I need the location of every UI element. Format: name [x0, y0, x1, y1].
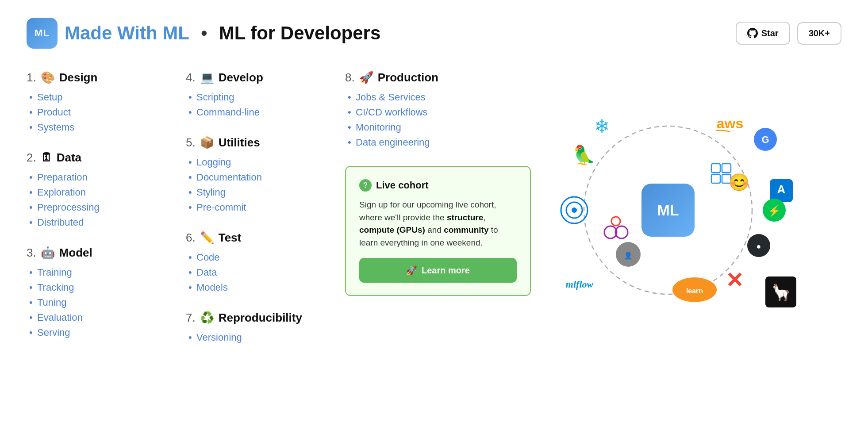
- list-item[interactable]: Preparation: [37, 170, 150, 185]
- develop-commandline-link[interactable]: Command-line: [196, 107, 260, 118]
- model-evaluation-link[interactable]: Evaluation: [37, 312, 83, 323]
- test-title: Test: [219, 231, 242, 245]
- svg-text:G: G: [761, 134, 769, 145]
- list-item[interactable]: Versioning: [196, 330, 310, 345]
- design-product-link[interactable]: Product: [37, 107, 71, 118]
- grid-box-1: [711, 164, 720, 173]
- section-model-header: 3. 🤖 Model: [27, 246, 150, 260]
- data-title: Data: [57, 151, 81, 165]
- model-emoji: 🤖: [41, 246, 55, 260]
- star-button[interactable]: Star: [736, 22, 790, 45]
- section-test: 6. ✏️ Test Code Data Models: [186, 231, 310, 295]
- data-items: Preparation Exploration Preprocessing Di…: [27, 170, 150, 230]
- list-item[interactable]: Preprocessing: [37, 200, 150, 215]
- rocket-icon: 🚀: [406, 265, 417, 276]
- list-item[interactable]: Code: [196, 250, 310, 265]
- star-count-button[interactable]: 30K+: [797, 22, 841, 45]
- list-item[interactable]: Command-line: [196, 105, 310, 120]
- list-item[interactable]: CI/CD workflows: [356, 105, 531, 120]
- section-reproducibility-number: 7.: [186, 311, 196, 325]
- section-production-number: 8.: [345, 71, 355, 84]
- list-item[interactable]: Documentation: [196, 170, 310, 185]
- test-data-link[interactable]: Data: [196, 267, 217, 278]
- test-code-link[interactable]: Code: [196, 252, 220, 263]
- production-monitoring-link[interactable]: Monitoring: [356, 122, 401, 133]
- design-systems-link[interactable]: Systems: [37, 122, 74, 133]
- section-test-header: 6. ✏️ Test: [186, 231, 310, 245]
- list-item[interactable]: Pre-commit: [196, 200, 310, 215]
- list-item[interactable]: Jobs & Services: [356, 90, 531, 105]
- list-item[interactable]: Models: [196, 280, 310, 295]
- data-preparation-link[interactable]: Preparation: [37, 172, 88, 183]
- list-item[interactable]: Setup: [37, 90, 150, 105]
- list-item[interactable]: Evaluation: [37, 310, 150, 325]
- production-dataeng-link[interactable]: Data engineering: [356, 137, 430, 148]
- data-distributed-link[interactable]: Distributed: [37, 217, 84, 228]
- model-serving-link[interactable]: Serving: [37, 327, 70, 338]
- list-item[interactable]: Exploration: [37, 185, 150, 200]
- section-develop-header: 4. 💻 Develop: [186, 71, 310, 84]
- design-setup-link[interactable]: Setup: [37, 92, 63, 103]
- main-content: 1. 🎨 Design Setup Product Systems 2. 🗓 D…: [27, 71, 841, 361]
- list-item[interactable]: Styling: [196, 185, 310, 200]
- mlflow-logo: mlflow: [566, 279, 594, 290]
- utilities-styling-link[interactable]: Styling: [196, 187, 226, 198]
- production-emoji: 🚀: [359, 71, 373, 84]
- section-develop-number: 4.: [186, 71, 196, 84]
- site-name: Made With ML: [65, 23, 189, 44]
- section-design-number: 1.: [27, 71, 36, 84]
- list-item[interactable]: Serving: [37, 325, 150, 340]
- list-item[interactable]: Logging: [196, 155, 310, 170]
- develop-emoji: 💻: [200, 71, 214, 84]
- utilities-emoji: 📦: [200, 136, 214, 150]
- parrot-icon: 🦜: [572, 144, 596, 166]
- x-mark: ✕: [726, 269, 743, 292]
- test-models-link[interactable]: Models: [196, 282, 228, 293]
- list-item[interactable]: Systems: [37, 120, 150, 135]
- utilities-items: Logging Documentation Styling Pre-commit: [186, 155, 310, 215]
- list-item[interactable]: Monitoring: [356, 120, 531, 135]
- reproducibility-versioning-link[interactable]: Versioning: [196, 332, 242, 343]
- list-item[interactable]: Data: [196, 265, 310, 280]
- data-exploration-link[interactable]: Exploration: [37, 187, 86, 198]
- section-reproducibility: 7. ♻️ Reproducibility Versioning: [186, 311, 310, 345]
- section-model: 3. 🤖 Model Training Tracking Tuning Eval…: [27, 246, 150, 340]
- live-cohort-description: Sign up for our upcoming live cohort, wh…: [359, 199, 517, 249]
- utilities-documentation-link[interactable]: Documentation: [196, 172, 262, 183]
- develop-scripting-link[interactable]: Scripting: [196, 92, 234, 103]
- diagram-svg: ML aws G A ● ⚡ mlflow learn ✕: [540, 71, 805, 358]
- model-training-link[interactable]: Training: [37, 267, 72, 278]
- nav-columns: 1. 🎨 Design Setup Product Systems 2. 🗓 D…: [27, 71, 531, 361]
- utilities-precommit-link[interactable]: Pre-commit: [196, 202, 246, 213]
- model-items: Training Tracking Tuning Evaluation Serv…: [27, 265, 150, 340]
- live-cohort-card: ? Live cohort Sign up for our upcoming l…: [345, 166, 531, 296]
- list-item[interactable]: Distributed: [37, 215, 150, 230]
- section-model-number: 3.: [27, 246, 36, 260]
- section-utilities-header: 5. 📦 Utilities: [186, 136, 310, 150]
- section-reproducibility-header: 7. ♻️ Reproducibility: [186, 311, 310, 325]
- data-emoji: 🗓: [41, 151, 52, 165]
- separator: •: [201, 23, 207, 44]
- production-cicd-link[interactable]: CI/CD workflows: [356, 107, 428, 118]
- section-data-header: 2. 🗓 Data: [27, 151, 150, 165]
- section-test-number: 6.: [186, 231, 196, 245]
- list-item[interactable]: Scripting: [196, 90, 310, 105]
- utilities-title: Utilities: [219, 136, 260, 150]
- utilities-logging-link[interactable]: Logging: [196, 157, 231, 168]
- highlight-compute: compute (GPUs): [359, 225, 425, 234]
- section-design-header: 1. 🎨 Design: [27, 71, 150, 84]
- model-tuning-link[interactable]: Tuning: [37, 297, 66, 308]
- list-item[interactable]: Product: [37, 105, 150, 120]
- data-preprocessing-link[interactable]: Preprocessing: [37, 202, 100, 213]
- list-item[interactable]: Data engineering: [356, 135, 531, 150]
- learn-more-button[interactable]: 🚀 Learn more: [359, 258, 517, 283]
- production-jobs-link[interactable]: Jobs & Services: [356, 92, 426, 103]
- github-icon: [747, 28, 758, 38]
- page-header: ML Made With ML • ML for Developers Star…: [27, 18, 841, 49]
- list-item[interactable]: Tuning: [37, 295, 150, 310]
- list-item[interactable]: Tracking: [37, 280, 150, 295]
- model-tracking-link[interactable]: Tracking: [37, 282, 74, 293]
- list-item[interactable]: Training: [37, 265, 150, 280]
- header-right: Star 30K+: [736, 22, 841, 45]
- production-items: Jobs & Services CI/CD workflows Monitori…: [345, 90, 531, 150]
